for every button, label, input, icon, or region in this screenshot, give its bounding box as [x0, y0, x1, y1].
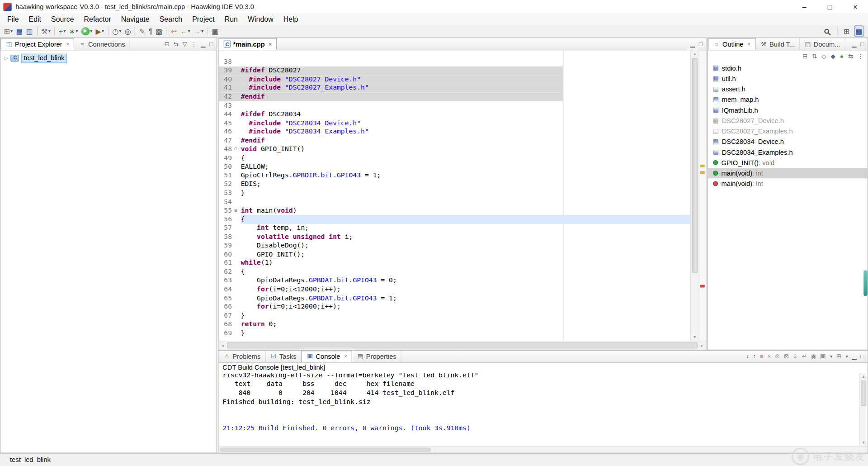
- line-number[interactable]: 44: [219, 110, 234, 119]
- mark-occurrences-button[interactable]: ✎: [138, 25, 146, 36]
- line-number[interactable]: 51: [219, 171, 234, 180]
- outline-item-gpio-init[interactable]: GPIO_INIT() : void: [708, 157, 868, 168]
- cpp-perspective-button[interactable]: ▦: [854, 25, 864, 36]
- line-number[interactable]: 50: [219, 162, 234, 171]
- line-number[interactable]: 64: [219, 285, 234, 294]
- code-text[interactable]: {: [241, 215, 690, 224]
- line-number[interactable]: 39: [219, 67, 234, 75]
- vertical-scroll-thumb[interactable]: [692, 58, 698, 273]
- code-text[interactable]: while(1): [241, 259, 690, 267]
- word-wrap-icon[interactable]: ↵: [802, 353, 807, 359]
- show-stdout-icon[interactable]: ↓: [746, 353, 749, 359]
- new-button[interactable]: ⊞▾: [3, 25, 14, 36]
- code-text[interactable]: #include "DSC28027_Device.h": [241, 75, 690, 84]
- menu-edit[interactable]: Edit: [24, 14, 46, 24]
- code-text[interactable]: return 0;: [241, 320, 690, 329]
- scroll-up-icon[interactable]: [691, 50, 698, 57]
- outline-tab-build-t[interactable]: ⚒Build T...: [755, 38, 800, 50]
- console-vertical-scrollbar[interactable]: [859, 373, 867, 446]
- scroll-right-icon[interactable]: [698, 341, 706, 349]
- minimize-icon[interactable]: ▁: [201, 41, 205, 47]
- line-number[interactable]: 57: [219, 224, 234, 233]
- editor-tab-main-cpp[interactable]: C*main.cpp: [219, 38, 277, 50]
- show-whitespace-button[interactable]: ¶: [147, 25, 153, 36]
- outline-item-dsc28027-examples-h[interactable]: ▤DSC28027_Examples.h: [708, 126, 868, 136]
- run-button[interactable]: ▶▾: [80, 25, 93, 36]
- back-button[interactable]: ←▾: [179, 25, 191, 36]
- profile-button[interactable]: ◷▾: [111, 25, 123, 36]
- close-window-button[interactable]: ×: [843, 0, 868, 13]
- editor-vertical-scrollbar[interactable]: [690, 50, 698, 341]
- build-button[interactable]: ⚒▾: [40, 25, 52, 36]
- menu-window[interactable]: Window: [243, 14, 278, 24]
- line-number[interactable]: 38: [219, 57, 234, 66]
- show-stderr-icon[interactable]: ↑: [753, 353, 756, 359]
- code-text[interactable]: #endif: [241, 93, 690, 101]
- minimize-window-button[interactable]: –: [792, 0, 817, 13]
- outline-tab-docum[interactable]: ▤Docum...: [800, 38, 845, 50]
- console-scroll-thumb[interactable]: [861, 380, 866, 406]
- console-tab-tasks[interactable]: ☑Tasks: [265, 351, 301, 362]
- maximize-icon[interactable]: □: [699, 41, 703, 47]
- code-text[interactable]: {: [241, 268, 690, 276]
- menu-project[interactable]: Project: [187, 14, 220, 24]
- line-number[interactable]: 68: [219, 320, 234, 329]
- sort-icon[interactable]: ⇅: [812, 53, 817, 59]
- expand-arrow-icon[interactable]: [3, 55, 10, 61]
- annotation-mark[interactable]: [700, 285, 705, 287]
- code-text[interactable]: volatile unsigned int i;: [241, 233, 690, 241]
- console-tab-problems[interactable]: ⚠Problems: [219, 351, 266, 362]
- terminate-icon[interactable]: ■: [760, 353, 764, 359]
- debug-button[interactable]: ∗▾: [68, 25, 79, 36]
- line-number[interactable]: 55: [219, 206, 234, 215]
- line-number[interactable]: 59: [219, 242, 234, 250]
- minimize-icon[interactable]: ▁: [852, 353, 856, 359]
- menu-refactor[interactable]: Refactor: [79, 14, 116, 24]
- code-text[interactable]: void GPIO_INIT(): [241, 145, 690, 154]
- collapse-all-icon[interactable]: ⊟: [165, 41, 170, 47]
- line-number[interactable]: 58: [219, 233, 234, 241]
- annotation-mark[interactable]: [700, 171, 705, 174]
- code-text[interactable]: for(i=0;i<12000;i++);: [241, 303, 690, 311]
- code-text[interactable]: #include "DSC28034_Examples.h": [241, 128, 690, 136]
- code-text[interactable]: [241, 57, 690, 66]
- code-text[interactable]: int temp, in;: [241, 224, 690, 233]
- external-tools-button[interactable]: ▶▾: [94, 25, 105, 36]
- pin-editor-button[interactable]: ▣: [211, 25, 220, 36]
- code-text[interactable]: EDIS;: [241, 180, 690, 189]
- line-number[interactable]: 49: [219, 154, 234, 162]
- outline-item-assert-h[interactable]: ▤assert.h: [708, 84, 868, 94]
- scroll-lock-icon[interactable]: ⇓: [793, 353, 798, 359]
- forward-button[interactable]: →▾: [193, 25, 205, 36]
- clear-console-icon[interactable]: ⊠: [784, 353, 789, 359]
- view-menu-icon[interactable]: ⋮: [858, 53, 863, 59]
- line-number[interactable]: 46: [219, 128, 234, 136]
- maximize-icon[interactable]: □: [860, 353, 864, 359]
- line-number[interactable]: 63: [219, 276, 234, 285]
- maximize-icon[interactable]: □: [860, 41, 864, 47]
- line-number[interactable]: 48: [219, 145, 234, 154]
- hide-non-public-icon[interactable]: ●: [840, 53, 844, 59]
- line-number[interactable]: 62: [219, 268, 234, 276]
- code-text[interactable]: #include "DSC28027_Examples.h": [241, 84, 690, 92]
- fold-collapse-icon[interactable]: [234, 146, 237, 152]
- line-number[interactable]: 65: [219, 294, 234, 303]
- display-console-icon[interactable]: ▣: [820, 353, 826, 359]
- new-cpp-button[interactable]: +▾: [58, 25, 67, 36]
- code-text[interactable]: {: [241, 154, 690, 162]
- outline-item-dsc28034-device-h[interactable]: ▤DSC28034_Device.h: [708, 136, 868, 147]
- minimize-icon[interactable]: ▁: [852, 41, 856, 47]
- line-number[interactable]: 54: [219, 198, 234, 206]
- link-with-editor-icon[interactable]: ⇆: [848, 53, 853, 59]
- close-icon[interactable]: [269, 41, 272, 47]
- code-text[interactable]: }: [241, 329, 690, 338]
- console-tab-console[interactable]: ▣Console: [302, 351, 353, 362]
- code-text[interactable]: [241, 101, 690, 110]
- menu-file[interactable]: File: [2, 14, 24, 24]
- pin-console-icon[interactable]: ◉: [811, 353, 816, 359]
- menu-search[interactable]: Search: [155, 14, 187, 24]
- console-horizontal-scrollbar[interactable]: [219, 446, 868, 453]
- editor-horizontal-scrollbar[interactable]: [219, 341, 706, 350]
- link-with-editor-icon[interactable]: ⇆: [173, 41, 178, 47]
- remove-launch-icon[interactable]: ×: [768, 353, 771, 359]
